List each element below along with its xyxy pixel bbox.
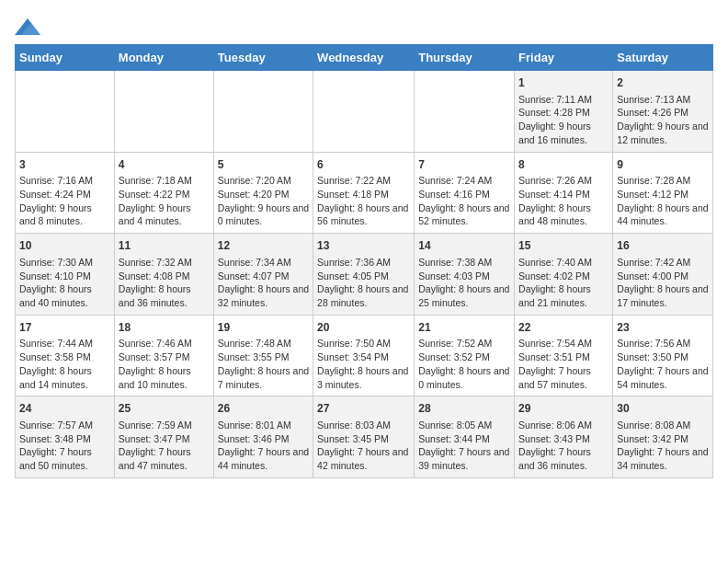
day-number: 24 (19, 401, 110, 417)
calendar-cell: 10Sunrise: 7:30 AMSunset: 4:10 PMDayligh… (16, 234, 115, 316)
calendar-cell: 26Sunrise: 8:01 AMSunset: 3:46 PMDayligh… (213, 396, 313, 478)
day-number: 16 (617, 238, 709, 254)
day-info: Sunrise: 8:06 AM (518, 419, 609, 432)
day-number: 14 (418, 238, 510, 254)
day-info: Sunrise: 7:36 AM (317, 256, 410, 270)
day-info: Sunset: 4:22 PM (119, 188, 210, 201)
day-info: Sunset: 3:48 PM (19, 432, 110, 446)
day-info: Sunset: 4:14 PM (518, 188, 609, 201)
day-info: Sunrise: 7:57 AM (19, 419, 110, 432)
day-info: Daylight: 9 hours and 8 minutes. (19, 201, 110, 228)
day-info: Sunset: 3:55 PM (218, 350, 309, 364)
logo-icon (15, 18, 40, 35)
day-info: Sunrise: 7:40 AM (518, 256, 609, 270)
day-info: Sunset: 3:50 PM (617, 350, 709, 364)
day-info: Daylight: 7 hours and 47 minutes. (119, 445, 210, 472)
calendar-cell: 25Sunrise: 7:59 AMSunset: 3:47 PMDayligh… (114, 396, 213, 478)
day-number: 2 (617, 75, 709, 91)
calendar-cell: 7Sunrise: 7:24 AMSunset: 4:16 PMDaylight… (415, 152, 515, 234)
day-number: 12 (218, 238, 309, 254)
day-number: 30 (617, 401, 709, 417)
day-info: Daylight: 9 hours and 16 minutes. (518, 120, 609, 146)
calendar-week-row: 17Sunrise: 7:44 AMSunset: 3:58 PMDayligh… (16, 315, 713, 396)
day-number: 15 (518, 238, 609, 254)
day-info: Sunset: 3:46 PM (218, 432, 309, 446)
calendar-cell: 29Sunrise: 8:06 AMSunset: 3:43 PMDayligh… (515, 396, 613, 478)
day-info: Sunrise: 7:34 AM (218, 256, 309, 270)
day-info: Sunset: 4:10 PM (19, 270, 110, 283)
day-info: Daylight: 7 hours and 34 minutes. (617, 445, 709, 472)
day-info: Sunrise: 7:22 AM (317, 174, 410, 188)
day-number: 23 (617, 320, 709, 336)
day-info: Daylight: 9 hours and 12 minutes. (617, 120, 709, 146)
day-number: 26 (218, 401, 309, 417)
day-info: Daylight: 8 hours and 21 minutes. (518, 282, 609, 309)
day-number: 27 (317, 401, 410, 417)
calendar-week-row: 24Sunrise: 7:57 AMSunset: 3:48 PMDayligh… (16, 396, 713, 478)
day-info: Daylight: 8 hours and 3 minutes. (317, 364, 410, 391)
day-info: Sunrise: 8:08 AM (617, 419, 709, 432)
day-info: Sunrise: 7:32 AM (119, 256, 210, 270)
day-info: Sunrise: 8:05 AM (418, 419, 510, 432)
day-number: 5 (218, 157, 309, 173)
day-info: Sunset: 4:24 PM (19, 188, 110, 201)
calendar-cell (313, 71, 415, 153)
calendar-cell: 19Sunrise: 7:48 AMSunset: 3:55 PMDayligh… (213, 315, 313, 396)
day-info: Sunrise: 7:16 AM (19, 174, 110, 188)
day-number: 10 (19, 238, 110, 254)
day-info: Sunset: 4:16 PM (418, 188, 510, 201)
day-info: Daylight: 8 hours and 52 minutes. (418, 201, 510, 228)
day-info: Sunset: 4:20 PM (218, 188, 309, 201)
day-info: Daylight: 7 hours and 50 minutes. (19, 445, 110, 472)
day-info: Daylight: 8 hours and 44 minutes. (617, 201, 709, 228)
column-header-wednesday: Wednesday (313, 45, 415, 71)
calendar-cell: 16Sunrise: 7:42 AMSunset: 4:00 PMDayligh… (613, 234, 713, 316)
column-header-sunday: Sunday (16, 45, 115, 71)
day-info: Sunset: 3:44 PM (418, 432, 510, 446)
calendar-cell: 5Sunrise: 7:20 AMSunset: 4:20 PMDaylight… (213, 152, 313, 234)
day-number: 17 (19, 320, 110, 336)
day-info: Sunrise: 7:54 AM (518, 337, 609, 350)
column-header-thursday: Thursday (415, 45, 515, 71)
day-info: Daylight: 8 hours and 0 minutes. (418, 364, 510, 391)
calendar-cell: 22Sunrise: 7:54 AMSunset: 3:51 PMDayligh… (515, 315, 613, 396)
calendar-cell: 9Sunrise: 7:28 AMSunset: 4:12 PMDaylight… (613, 152, 713, 234)
day-info: Daylight: 8 hours and 7 minutes. (218, 364, 309, 391)
day-number: 13 (317, 238, 410, 254)
day-info: Daylight: 8 hours and 28 minutes. (317, 282, 410, 309)
day-info: Sunrise: 7:26 AM (518, 174, 609, 188)
day-info: Daylight: 7 hours and 39 minutes. (418, 445, 510, 472)
day-number: 28 (418, 401, 510, 417)
calendar-header-row: SundayMondayTuesdayWednesdayThursdayFrid… (16, 45, 713, 71)
calendar-cell: 30Sunrise: 8:08 AMSunset: 3:42 PMDayligh… (613, 396, 713, 478)
day-info: Daylight: 7 hours and 57 minutes. (518, 364, 609, 391)
day-info: Sunset: 4:28 PM (518, 106, 609, 120)
logo (15, 15, 40, 37)
day-number: 22 (518, 320, 609, 336)
day-number: 6 (317, 157, 410, 173)
calendar-cell: 11Sunrise: 7:32 AMSunset: 4:08 PMDayligh… (114, 234, 213, 316)
day-info: Sunset: 4:00 PM (617, 270, 709, 283)
day-info: Daylight: 8 hours and 10 minutes. (119, 364, 210, 391)
day-info: Sunrise: 7:44 AM (19, 337, 110, 350)
day-number: 7 (418, 157, 510, 173)
page-header (15, 15, 713, 37)
day-info: Daylight: 8 hours and 56 minutes. (317, 201, 410, 228)
column-header-friday: Friday (515, 45, 613, 71)
calendar-cell: 21Sunrise: 7:52 AMSunset: 3:52 PMDayligh… (415, 315, 515, 396)
day-info: Sunrise: 7:28 AM (617, 174, 709, 188)
calendar-table: SundayMondayTuesdayWednesdayThursdayFrid… (15, 44, 713, 478)
column-header-tuesday: Tuesday (213, 45, 313, 71)
day-info: Sunrise: 7:48 AM (218, 337, 309, 350)
calendar-cell: 15Sunrise: 7:40 AMSunset: 4:02 PMDayligh… (515, 234, 613, 316)
calendar-cell: 6Sunrise: 7:22 AMSunset: 4:18 PMDaylight… (313, 152, 415, 234)
day-number: 8 (518, 157, 609, 173)
day-number: 29 (518, 401, 609, 417)
day-info: Sunset: 3:52 PM (418, 350, 510, 364)
day-info: Sunset: 3:47 PM (119, 432, 210, 446)
day-info: Sunrise: 8:03 AM (317, 419, 410, 432)
calendar-cell (114, 71, 213, 153)
day-info: Sunset: 3:51 PM (518, 350, 609, 364)
calendar-cell (213, 71, 313, 153)
day-info: Sunrise: 7:46 AM (119, 337, 210, 350)
